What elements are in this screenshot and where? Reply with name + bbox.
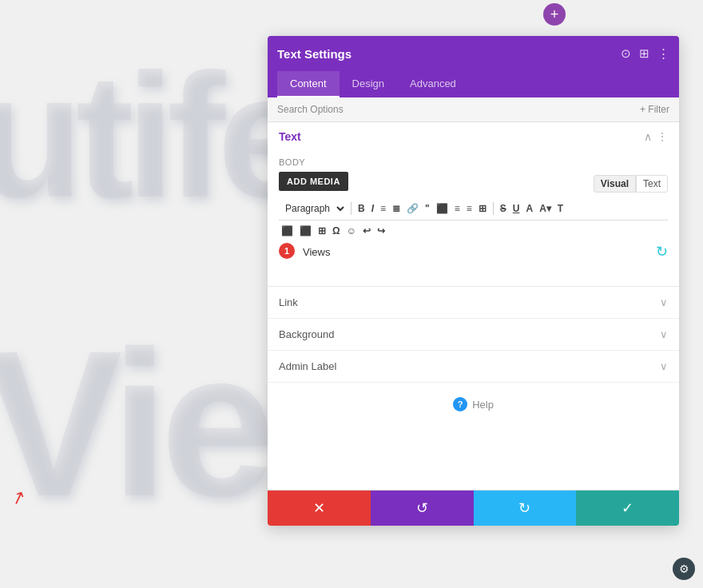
toolbar-row-1: Paragraph Heading 1 Heading 2 B I ≡ ≣ 🔗 … bbox=[279, 201, 668, 220]
align-center-button[interactable]: ≡ bbox=[452, 201, 463, 216]
toolbar-sep-2 bbox=[493, 202, 494, 215]
panel-title: Text Settings bbox=[277, 47, 352, 61]
text-section-header[interactable]: Text ∧ ⋮ bbox=[268, 122, 679, 151]
undo-editor-button[interactable]: ↩ bbox=[360, 224, 373, 238]
redo-editor-button[interactable]: ↪ bbox=[375, 224, 387, 238]
align-left-button[interactable]: ⬛ bbox=[434, 201, 451, 216]
text-settings-panel: Text Settings ⊙ ⊞ ⋮ Content Design Advan… bbox=[268, 36, 679, 526]
toolbar-left: Paragraph Heading 1 Heading 2 B I ≡ ≣ 🔗 … bbox=[279, 201, 566, 217]
bg-color-button[interactable]: A▾ bbox=[537, 201, 554, 216]
more-icon[interactable]: ⋮ bbox=[657, 46, 669, 61]
refresh-icon[interactable]: ↻ bbox=[656, 243, 668, 260]
panel-body: Text ∧ ⋮ Body ADD MEDIA Visual Text bbox=[268, 122, 679, 490]
body-section: Body ADD MEDIA Visual Text Paragraph Hea… bbox=[268, 151, 679, 286]
filter-button[interactable]: + Filter bbox=[640, 104, 669, 115]
format-select[interactable]: Paragraph Heading 1 Heading 2 bbox=[279, 201, 347, 217]
table-button[interactable]: ⊞ bbox=[476, 201, 489, 216]
text-section: Text ∧ ⋮ Body ADD MEDIA Visual Text bbox=[268, 122, 679, 287]
panel-header: Text Settings ⊙ ⊞ ⋮ bbox=[268, 36, 679, 71]
bg-letter-top: utife bbox=[0, 48, 272, 224]
save-button[interactable]: ✓ bbox=[576, 491, 679, 526]
text-section-title: Text bbox=[279, 130, 301, 143]
footer: ✕ ↺ ↻ ✓ bbox=[268, 490, 679, 526]
add-media-button[interactable]: ADD MEDIA bbox=[279, 172, 348, 191]
admin-label-section[interactable]: Admin Label ∨ bbox=[268, 351, 679, 383]
visual-text-toggle: Visual Text bbox=[594, 175, 668, 193]
visual-tab-button[interactable]: Visual bbox=[594, 175, 636, 193]
text-section-chevron: ∧ bbox=[644, 130, 652, 143]
search-bar: Search Options + Filter bbox=[268, 97, 679, 122]
italic-button[interactable]: I bbox=[369, 201, 376, 216]
background-section[interactable]: Background ∨ bbox=[268, 319, 679, 351]
help-label: Help bbox=[472, 399, 494, 411]
bold-button[interactable]: B bbox=[355, 201, 367, 216]
redo-button[interactable]: ↻ bbox=[474, 491, 577, 526]
help-row: ? Help bbox=[268, 383, 679, 426]
omega-button[interactable]: Ω bbox=[330, 224, 343, 238]
cancel-button[interactable]: ✕ bbox=[268, 491, 371, 526]
arrow-indicator: ↗ bbox=[8, 486, 29, 511]
layout-icon[interactable]: ⊞ bbox=[639, 46, 649, 61]
tab-content[interactable]: Content bbox=[277, 71, 340, 97]
spacer bbox=[268, 426, 679, 490]
background-decorative: utife View bbox=[0, 0, 272, 588]
clear-format-button[interactable]: T bbox=[555, 201, 566, 216]
tab-advanced[interactable]: Advanced bbox=[397, 71, 469, 97]
editor-area[interactable]: 1 Views ↻ bbox=[279, 243, 668, 275]
blockquote-button[interactable]: " bbox=[423, 201, 432, 216]
strikethrough-button[interactable]: S bbox=[498, 201, 509, 216]
background-label: Background bbox=[279, 328, 334, 340]
toolbar-row-2: ⬛ ⬛ ⊞ Ω ☺ ↩ ↪ bbox=[279, 224, 668, 238]
admin-label-label: Admin Label bbox=[279, 360, 336, 372]
add-top-button[interactable]: + bbox=[543, 3, 566, 26]
bg-letter-bottom: View bbox=[0, 320, 272, 527]
align-right-button[interactable]: ≡ bbox=[464, 201, 475, 216]
bottom-right-settings-icon[interactable]: ⚙ bbox=[673, 558, 695, 580]
help-icon: ? bbox=[453, 397, 467, 411]
editor-content: Views bbox=[303, 246, 330, 258]
body-label: Body bbox=[279, 157, 668, 167]
text-section-more[interactable]: ⋮ bbox=[657, 130, 668, 143]
tabs-bar: Content Design Advanced bbox=[268, 71, 679, 97]
text-color-button[interactable]: A bbox=[523, 201, 535, 216]
circle-icon[interactable]: ⊙ bbox=[621, 46, 631, 61]
indent-button[interactable]: ⬛ bbox=[279, 224, 296, 238]
outdent-button[interactable]: ⬛ bbox=[297, 224, 314, 238]
fullscreen-button[interactable]: ⊞ bbox=[316, 224, 328, 238]
editor-badge: 1 bbox=[279, 243, 295, 259]
undo-button[interactable]: ↺ bbox=[371, 491, 474, 526]
link-chevron: ∨ bbox=[660, 296, 668, 308]
link-button[interactable]: 🔗 bbox=[404, 201, 421, 216]
emoji-button[interactable]: ☺ bbox=[344, 224, 359, 238]
underline-button[interactable]: U bbox=[510, 201, 522, 216]
tab-design[interactable]: Design bbox=[340, 71, 397, 97]
admin-label-chevron: ∨ bbox=[660, 360, 668, 372]
link-section[interactable]: Link ∨ bbox=[268, 287, 679, 319]
panel-header-icons: ⊙ ⊞ ⋮ bbox=[621, 46, 669, 61]
ordered-list-button[interactable]: ≣ bbox=[390, 201, 403, 216]
text-tab-button[interactable]: Text bbox=[636, 175, 668, 193]
toolbar-sep-1 bbox=[351, 202, 352, 215]
unordered-list-button[interactable]: ≡ bbox=[378, 201, 388, 216]
background-chevron: ∨ bbox=[660, 328, 668, 340]
link-label: Link bbox=[279, 296, 298, 308]
search-placeholder: Search Options bbox=[277, 104, 344, 115]
